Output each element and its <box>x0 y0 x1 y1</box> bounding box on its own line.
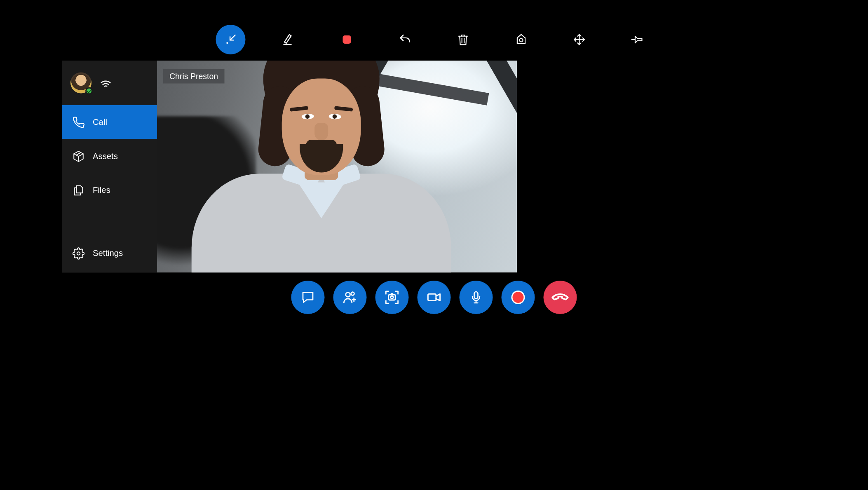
locate-button[interactable] <box>507 25 536 54</box>
record-icon <box>513 292 524 303</box>
record-button[interactable] <box>502 281 535 314</box>
pin-icon <box>631 33 644 47</box>
add-person-icon <box>342 289 358 305</box>
sidebar-item-call[interactable]: Call <box>62 105 157 139</box>
sidebar-item-files[interactable]: Files <box>62 173 157 207</box>
stop-icon <box>341 33 353 46</box>
presence-badge <box>85 87 93 95</box>
remote-name-tag: Chris Preston <box>163 69 224 84</box>
sidebar: Call Assets <box>62 61 157 273</box>
video-icon <box>426 289 442 305</box>
snapshot-icon <box>384 289 400 305</box>
svg-point-0 <box>226 42 228 44</box>
sidebar-item-label: Call <box>93 117 107 127</box>
gear-icon <box>72 247 85 259</box>
nav-list: Call Assets <box>62 105 157 207</box>
video-button[interactable] <box>418 281 451 314</box>
sidebar-item-label: Assets <box>93 152 118 161</box>
sidebar-item-assets[interactable]: Assets <box>62 139 157 173</box>
video-pane: Chris Preston <box>157 61 517 273</box>
undo-button[interactable] <box>390 25 420 54</box>
svg-point-8 <box>391 296 394 299</box>
pin-button[interactable] <box>623 25 652 54</box>
svg-rect-1 <box>343 35 351 44</box>
delete-button[interactable] <box>448 25 478 54</box>
phone-icon <box>72 116 85 128</box>
move-icon <box>572 33 586 47</box>
chat-icon <box>300 290 315 305</box>
remote-participant-video <box>192 75 451 273</box>
package-icon <box>72 150 85 162</box>
chat-button[interactable] <box>291 281 325 314</box>
svg-point-6 <box>351 292 354 295</box>
trash-icon <box>456 33 470 47</box>
svg-rect-9 <box>428 294 436 300</box>
svg-rect-10 <box>474 292 478 299</box>
locate-icon <box>514 33 528 47</box>
sidebar-item-label: Settings <box>93 249 123 258</box>
add-participant-button[interactable] <box>333 281 367 314</box>
mic-icon <box>469 290 483 305</box>
profile-row <box>62 61 157 105</box>
top-toolbar <box>0 25 868 54</box>
svg-point-4 <box>77 252 80 255</box>
ink-button[interactable] <box>274 25 304 54</box>
end-call-icon <box>551 288 570 307</box>
svg-point-3 <box>519 38 523 42</box>
move-button[interactable] <box>565 25 594 54</box>
snapshot-button[interactable] <box>375 281 409 314</box>
undo-icon <box>398 33 412 47</box>
call-bar <box>0 281 868 314</box>
mic-button[interactable] <box>460 281 493 314</box>
wifi-icon <box>99 76 113 90</box>
remote-name-text: Chris Preston <box>169 72 218 81</box>
minimize-icon <box>224 33 237 47</box>
avatar[interactable] <box>70 73 91 94</box>
ink-icon <box>282 32 296 47</box>
app-window: Call Assets <box>62 61 517 273</box>
svg-point-5 <box>346 293 350 297</box>
minimize-button[interactable] <box>216 25 246 54</box>
sidebar-item-settings[interactable]: Settings <box>62 236 157 270</box>
files-icon <box>72 184 85 196</box>
end-call-button[interactable] <box>544 281 577 314</box>
stop-button[interactable] <box>332 25 362 54</box>
sidebar-item-label: Files <box>93 185 110 195</box>
